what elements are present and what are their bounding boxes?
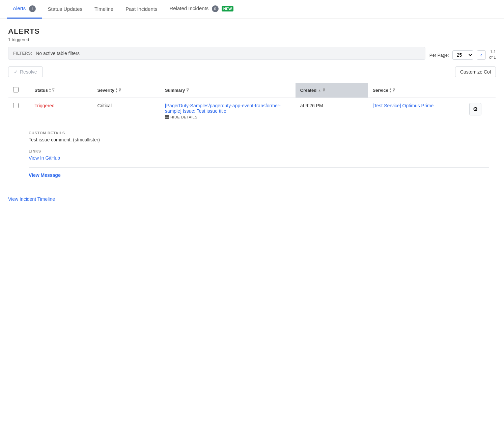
th-severity-label: Severity bbox=[97, 88, 114, 93]
triggered-count: 1 triggered bbox=[8, 37, 496, 42]
details-row: CUSTOM DETAILS Test issue comment. (stmc… bbox=[8, 124, 496, 185]
tab-status-updates-label: Status Updates bbox=[48, 6, 83, 12]
select-all-header[interactable] bbox=[8, 83, 30, 98]
section-title: ALERTS bbox=[8, 27, 496, 36]
table-header-row: Status ▴▾ ⊽ Severity ▴▾ ⊽ Summary ⊽ bbox=[8, 83, 496, 98]
th-summary-label: Summary bbox=[165, 88, 185, 93]
status-triggered-text: Triggered bbox=[34, 103, 54, 108]
alerts-table: Status ▴▾ ⊽ Severity ▴▾ ⊽ Summary ⊽ bbox=[8, 83, 496, 185]
page-total: of 1 bbox=[489, 55, 496, 60]
page-prev-button[interactable]: ‹ bbox=[477, 50, 486, 60]
tab-status-updates[interactable]: Status Updates bbox=[42, 1, 89, 18]
tab-related-incidents-badge: 0 bbox=[212, 5, 219, 12]
sort-service-icon[interactable]: ▴▾ bbox=[390, 88, 391, 93]
tab-alerts[interactable]: Alerts 1 bbox=[7, 0, 42, 19]
hide-details-button[interactable]: — HIDE DETAILS bbox=[165, 115, 291, 119]
tab-timeline[interactable]: Timeline bbox=[88, 1, 119, 18]
summary-link[interactable]: [PagerDuty-Samples/pagerduty-app-event-t… bbox=[165, 103, 291, 114]
custom-details-section: CUSTOM DETAILS Test issue comment. (stmc… bbox=[29, 131, 489, 142]
row-checkbox[interactable] bbox=[13, 103, 19, 108]
tab-alerts-badge: 1 bbox=[29, 5, 36, 12]
details-cell: CUSTOM DETAILS Test issue comment. (stmc… bbox=[8, 124, 496, 185]
view-message-link[interactable]: View Message bbox=[29, 172, 61, 178]
th-created[interactable]: Created ▲ ⊽ bbox=[296, 83, 368, 98]
select-all-checkbox[interactable] bbox=[13, 87, 19, 92]
tab-past-incidents[interactable]: Past Incidents bbox=[119, 1, 163, 18]
row-summary-cell: [PagerDuty-Samples/pagerduty-app-event-t… bbox=[160, 98, 296, 124]
tab-related-incidents[interactable]: Related Incidents 0 NEW bbox=[163, 0, 240, 19]
th-actions bbox=[465, 83, 496, 98]
filter-severity-icon[interactable]: ⊽ bbox=[118, 88, 121, 92]
sort-severity-icon[interactable]: ▴▾ bbox=[116, 88, 117, 93]
main-content: ALERTS 1 triggered FILTERS: No active ta… bbox=[0, 19, 504, 207]
th-severity[interactable]: Severity ▴▾ ⊽ bbox=[92, 83, 160, 98]
th-service[interactable]: Service ▴▾ ⊽ bbox=[368, 83, 465, 98]
filters-label: FILTERS: bbox=[13, 51, 32, 56]
tab-bar: Alerts 1 Status Updates Timeline Past In… bbox=[0, 0, 504, 19]
tab-past-incidents-label: Past Incidents bbox=[125, 6, 157, 12]
page-range: 1-1 bbox=[489, 50, 496, 55]
th-summary[interactable]: Summary ⊽ bbox=[160, 83, 296, 98]
tab-alerts-label: Alerts bbox=[13, 5, 26, 11]
filters-text: No active table filters bbox=[36, 51, 80, 56]
customize-col-label: Customize Col bbox=[460, 69, 491, 75]
th-created-label: Created bbox=[300, 88, 316, 93]
hide-details-label: HIDE DETAILS bbox=[170, 115, 197, 119]
severity-value: Critical bbox=[97, 103, 112, 108]
row-status-cell: Triggered bbox=[30, 98, 92, 124]
custom-details-label: CUSTOM DETAILS bbox=[29, 131, 489, 135]
th-service-label: Service bbox=[373, 88, 388, 93]
tab-timeline-label: Timeline bbox=[94, 6, 113, 12]
filter-service-icon[interactable]: ⊽ bbox=[392, 88, 395, 92]
check-icon: ✓ bbox=[14, 69, 18, 75]
view-incident-timeline-link[interactable]: View Incident Timeline bbox=[8, 196, 55, 202]
row-actions-cell[interactable]: ⚙ bbox=[465, 98, 496, 124]
row-severity-cell: Critical bbox=[92, 98, 160, 124]
custom-details-text: Test issue comment. (stmcallister) bbox=[29, 137, 489, 142]
per-page-select[interactable]: 25 10 50 100 bbox=[452, 50, 473, 60]
row-gear-button[interactable]: ⚙ bbox=[469, 103, 481, 115]
service-link[interactable]: [Test Service] Optimus Prime bbox=[373, 103, 434, 108]
minus-square-icon: — bbox=[165, 115, 169, 119]
resolve-label: Resolve bbox=[20, 69, 37, 75]
links-section: LINKS View In GitHub bbox=[29, 149, 489, 161]
table-row: Triggered Critical [PagerDuty-Samples/pa… bbox=[8, 98, 496, 124]
filter-created-icon[interactable]: ⊽ bbox=[323, 88, 325, 92]
gear-icon: ⚙ bbox=[473, 106, 478, 112]
sort-status-icon[interactable]: ▴▾ bbox=[49, 88, 51, 93]
th-status-label: Status bbox=[34, 88, 48, 93]
filter-status-icon[interactable]: ⊽ bbox=[52, 88, 55, 92]
sort-created-icon[interactable]: ▲ bbox=[318, 88, 321, 92]
toolbar-row: ✓ Resolve Customize Col bbox=[8, 66, 496, 77]
per-page-label: Per Page: bbox=[429, 53, 449, 58]
new-badge: NEW bbox=[222, 6, 234, 11]
row-created-cell: at 9:26 PM bbox=[296, 98, 368, 124]
row-checkbox-cell[interactable] bbox=[8, 98, 30, 124]
created-value: at 9:26 PM bbox=[300, 103, 323, 108]
customize-columns-button[interactable]: Customize Col bbox=[455, 66, 496, 77]
links-label: LINKS bbox=[29, 149, 489, 153]
footer-link-container: View Incident Timeline bbox=[8, 192, 55, 207]
page-info: 1-1 of 1 bbox=[489, 50, 496, 60]
pagination-row: Per Page: 25 10 50 100 ‹ 1-1 of 1 bbox=[429, 50, 496, 60]
resolve-button[interactable]: ✓ Resolve bbox=[8, 66, 43, 77]
filters-bar: FILTERS: No active table filters bbox=[8, 47, 425, 60]
filter-summary-icon[interactable]: ⊽ bbox=[186, 88, 189, 92]
th-status[interactable]: Status ▴▾ ⊽ bbox=[30, 83, 92, 98]
view-github-link[interactable]: View In GitHub bbox=[29, 155, 60, 161]
detail-separator bbox=[29, 167, 489, 168]
row-service-cell: [Test Service] Optimus Prime bbox=[368, 98, 465, 124]
tab-related-incidents-label: Related Incidents bbox=[169, 5, 208, 11]
